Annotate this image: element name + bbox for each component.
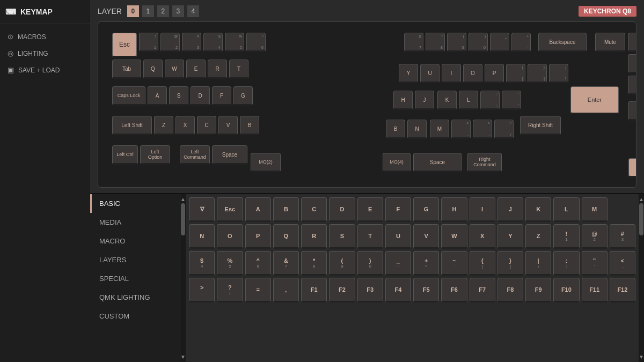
palette-key-lparen[interactable]: (9	[329, 251, 355, 276]
layer-btn-3[interactable]: 3	[172, 5, 184, 17]
palette-key-f3[interactable]: F3	[357, 278, 383, 302]
key-mo2[interactable]: MO(2)	[251, 153, 281, 172]
palette-key-lt[interactable]: <,	[610, 251, 635, 276]
palette-key-w[interactable]: W	[441, 224, 467, 249]
key-l[interactable]: L	[459, 91, 478, 110]
palette-key-pipe[interactable]: |\	[525, 251, 551, 276]
palette-key-y[interactable]: Y	[497, 224, 523, 249]
key-i[interactable]: I	[442, 64, 461, 83]
key-space-right[interactable]: Space	[413, 153, 462, 172]
palette-key-f7[interactable]: F7	[470, 278, 495, 302]
key-z[interactable]: Z	[154, 116, 173, 135]
scroll-down-arrow[interactable]: ▼	[180, 354, 186, 362]
key-mo4[interactable]: MO(4)	[383, 153, 411, 172]
palette-key-rbrace[interactable]: }]	[497, 251, 523, 276]
palette-key-f[interactable]: F	[385, 197, 411, 222]
layer-btn-2[interactable]: 2	[157, 5, 169, 17]
key-s[interactable]: S	[169, 86, 188, 106]
cat-special[interactable]: SPECIAL	[90, 269, 180, 288]
cat-qmk-lighting[interactable]: QMK LIGHTING	[90, 288, 180, 307]
palette-key-f6[interactable]: F6	[441, 278, 467, 302]
palette-key-m[interactable]: M	[582, 197, 608, 222]
key-semicolon[interactable]: :;	[480, 91, 500, 110]
palette-key-p[interactable]: P	[245, 224, 271, 249]
key-7[interactable]: &7	[404, 33, 423, 52]
palette-key-f5[interactable]: F5	[413, 278, 439, 302]
key-u[interactable]: U	[420, 64, 440, 83]
palette-key-equal[interactable]: =	[245, 278, 271, 302]
key-y[interactable]: Y	[399, 64, 418, 83]
palette-key-b[interactable]: B	[273, 197, 299, 222]
key-n[interactable]: N	[407, 120, 427, 139]
palette-key-underscore[interactable]: _-	[385, 251, 411, 276]
palette-key-s[interactable]: S	[329, 224, 355, 249]
key-h[interactable]: H	[393, 91, 413, 110]
palette-key-f10[interactable]: F10	[553, 278, 579, 302]
scroll-up-arrow[interactable]: ▲	[180, 194, 186, 202]
key-6[interactable]: ^6	[246, 33, 266, 52]
palette-key-none[interactable]: ∇	[189, 197, 215, 222]
key-a[interactable]: A	[148, 86, 167, 106]
key-tab[interactable]: Tab	[112, 60, 141, 79]
key-quote[interactable]: "'	[502, 91, 521, 110]
key-minus[interactable]: _-	[490, 33, 509, 52]
key-rcmd[interactable]: RightCommand	[467, 153, 502, 172]
palette-key-star[interactable]: *8	[301, 251, 327, 276]
sidebar-item-save-load[interactable]: ▣ SAVE + LOAD	[0, 62, 90, 78]
palette-key-q[interactable]: Q	[273, 224, 299, 249]
key-esc[interactable]: Esc	[112, 33, 137, 57]
key-t[interactable]: T	[229, 60, 248, 79]
palette-key-dollar[interactable]: $4	[189, 251, 215, 276]
palette-key-plus[interactable]: +=	[413, 251, 439, 276]
key-9[interactable]: (9	[447, 33, 466, 52]
key-f[interactable]: F	[212, 86, 231, 106]
scroll-up-btn[interactable]: ▲	[639, 194, 644, 202]
cat-media[interactable]: MEDIA	[90, 213, 180, 232]
sidebar-item-lighting[interactable]: ◎ LIGHTING	[0, 45, 90, 62]
layer-btn-0[interactable]: 0	[127, 5, 139, 17]
palette-key-f9[interactable]: F9	[525, 278, 551, 302]
cat-basic[interactable]: BASIC	[90, 194, 180, 213]
key-period[interactable]: >.	[473, 120, 492, 139]
key-vol-plus[interactable]: Vol +	[628, 54, 636, 73]
palette-key-n[interactable]: N	[189, 224, 215, 249]
palette-key-comma[interactable]: ,	[273, 278, 299, 302]
key-k[interactable]: K	[437, 91, 457, 110]
key-lcmd[interactable]: LeftCommand	[180, 145, 210, 165]
key-lctrl[interactable]: Left Ctrl	[112, 145, 138, 165]
key-v[interactable]: V	[218, 116, 238, 135]
palette-key-g[interactable]: G	[413, 197, 439, 222]
palette-key-u[interactable]: U	[385, 224, 411, 249]
palette-key-o[interactable]: O	[217, 224, 243, 249]
key-comma[interactable]: <,	[451, 120, 471, 139]
key-w[interactable]: W	[165, 60, 184, 79]
palette-key-amp[interactable]: &7	[273, 251, 299, 276]
palette-key-e[interactable]: E	[357, 197, 383, 222]
palette-key-rparen[interactable]: )0	[357, 251, 383, 276]
palette-key-dquote[interactable]: "'	[582, 251, 608, 276]
key-del[interactable]: Del	[628, 76, 636, 95]
key-8[interactable]: *8	[426, 33, 445, 52]
palette-key-colon[interactable]: :;	[553, 251, 579, 276]
key-enter[interactable]: Enter	[570, 86, 619, 114]
key-0[interactable]: )0	[469, 33, 488, 52]
key-space-left[interactable]: Space	[212, 145, 247, 165]
key-g[interactable]: G	[233, 86, 253, 106]
palette-key-esc[interactable]: Esc	[217, 197, 243, 222]
key-equal[interactable]: +=	[511, 33, 531, 52]
palette-key-caret[interactable]: ^6	[245, 251, 271, 276]
key-caps[interactable]: Caps Lock	[112, 86, 145, 106]
palette-key-f2[interactable]: F2	[329, 278, 355, 302]
key-4[interactable]: $4	[203, 33, 223, 52]
palette-key-f12[interactable]: F12	[610, 278, 635, 302]
key-o[interactable]: O	[463, 64, 482, 83]
cat-macro[interactable]: MACRO	[90, 232, 180, 250]
key-backslash[interactable]: |\	[549, 64, 568, 83]
palette-key-question[interactable]: ?/	[217, 278, 243, 302]
key-left[interactable]: ←	[628, 158, 636, 178]
key-lshift[interactable]: Left Shift	[112, 116, 152, 135]
palette-key-h[interactable]: H	[441, 197, 467, 222]
palette-key-r[interactable]: R	[301, 224, 327, 249]
key-lopt[interactable]: LeftOption	[140, 145, 170, 165]
palette-key-f4[interactable]: F4	[385, 278, 411, 302]
